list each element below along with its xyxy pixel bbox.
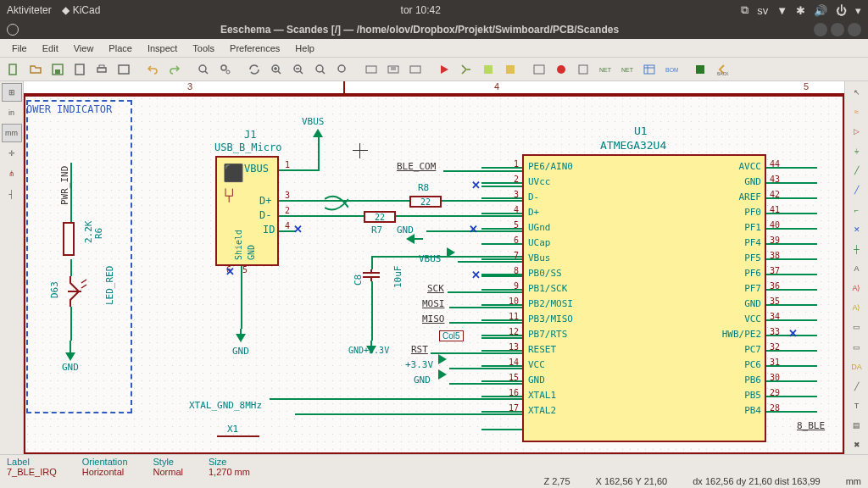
libedit-icon[interactable] (456, 60, 476, 79)
edit-fields-icon[interactable] (639, 60, 659, 79)
print-icon[interactable] (92, 60, 112, 79)
erc-icon[interactable] (551, 60, 571, 79)
desktop-clock: tor 10:42 (100, 4, 741, 16)
svg-rect-14 (366, 66, 376, 73)
svg-rect-6 (119, 65, 129, 74)
u1-val: ATMEGA32U4 (600, 139, 666, 152)
navigate3-icon[interactable] (405, 60, 426, 79)
highlight-icon[interactable]: ≈ (847, 103, 867, 120)
grid-icon[interactable]: ⊞ (2, 83, 22, 102)
annotate-icon[interactable] (529, 60, 549, 79)
cursor-icon[interactable]: ✛ (2, 144, 22, 163)
back-icon[interactable]: BACK (712, 60, 732, 79)
units-in[interactable]: in (2, 103, 22, 122)
select-icon[interactable]: ↖ (847, 83, 867, 101)
place-label-icon[interactable]: A (847, 259, 867, 277)
window-minimize[interactable] (814, 23, 827, 36)
zoomout-icon[interactable] (288, 60, 309, 79)
bom-icon[interactable]: BOM (661, 60, 682, 79)
footprint-icon[interactable] (500, 60, 520, 79)
desktop-topbar: Aktiviteter ◆KiCad tor 10:42 ⧉ sv ▼ ✱ 🔊 … (0, 0, 868, 20)
menu-preferences[interactable]: Preferences (223, 42, 287, 55)
j1-val: USB_B_Micro (214, 141, 281, 153)
status-bar: Label7_BLE_IRQ OrientationHorizontal Sty… (0, 454, 868, 488)
place-power-icon[interactable]: ⏚ (847, 141, 867, 159)
svg-point-9 (226, 70, 230, 74)
wire-shape-icon[interactable]: ┤ (2, 185, 22, 203)
svg-point-8 (221, 65, 226, 70)
r7: 22 (364, 211, 396, 223)
menu-view[interactable]: View (67, 42, 101, 55)
place-hlabel-icon[interactable]: A⟩ (847, 299, 867, 317)
menu-help[interactable]: Help (288, 42, 321, 55)
window-close[interactable] (848, 23, 861, 36)
down-icon[interactable]: ▾ (855, 4, 861, 17)
place-junction-icon[interactable]: ┼ (847, 240, 867, 258)
menu-inspect[interactable]: Inspect (141, 42, 184, 55)
svg-rect-16 (410, 66, 420, 73)
r8: 22 (409, 196, 442, 208)
refresh-icon[interactable] (244, 60, 264, 79)
zoomin-icon[interactable] (266, 60, 287, 79)
j1-ref: J1 (244, 129, 256, 141)
window-title: Eeschema — Scandes [/] — /home/olov/Drop… (25, 24, 814, 36)
svg-rect-17 (484, 65, 492, 74)
activities-button[interactable]: Aktiviteter (7, 4, 52, 16)
replace-icon[interactable] (215, 60, 236, 79)
redo-icon[interactable] (164, 60, 185, 79)
zoomfit-icon[interactable] (310, 60, 331, 79)
place-comp-icon[interactable]: ▷ (847, 122, 867, 140)
page-icon[interactable] (70, 60, 90, 79)
netlist2-icon[interactable]: NET (617, 60, 637, 79)
pcb-icon[interactable] (690, 60, 710, 79)
svg-text:BOM: BOM (665, 67, 678, 73)
bluetooth-icon[interactable]: ✱ (796, 4, 805, 17)
down-icon[interactable]: ▼ (776, 4, 787, 17)
libbrowse-icon[interactable] (478, 60, 498, 79)
power-icon[interactable]: ⏻ (836, 4, 847, 17)
horizontal-ruler: 3 4 5 (24, 81, 844, 95)
volume-icon[interactable]: 🔊 (814, 4, 827, 17)
place-image-icon[interactable]: ▤ (847, 417, 867, 435)
import-sheet-icon[interactable]: ▭ (847, 338, 867, 356)
menu-file[interactable]: File (5, 42, 34, 55)
plot-icon[interactable] (114, 60, 134, 79)
place-line-icon[interactable]: ╱ (847, 377, 867, 395)
app-menu[interactable]: ◆KiCad (62, 4, 101, 16)
run-icon[interactable] (434, 60, 454, 79)
svg-text:NET: NET (599, 67, 612, 73)
new-icon[interactable] (3, 60, 24, 79)
assign-icon[interactable] (573, 60, 593, 79)
find-icon[interactable] (193, 60, 214, 79)
menu-edit[interactable]: Edit (36, 42, 65, 55)
place-noconn-icon[interactable]: ✕ (847, 220, 867, 238)
zoomsel-icon[interactable] (332, 60, 353, 79)
navigate2-icon[interactable] (383, 60, 403, 79)
units-mm[interactable]: mm (2, 124, 22, 142)
place-busentry-icon[interactable]: ⌐ (847, 201, 867, 219)
schematic-canvas[interactable]: 3 4 5 OWER INDICATOR PWR_IND 2.2K R6 D63… (24, 81, 844, 454)
dropbox-icon[interactable]: ⧉ (741, 3, 748, 17)
lang-indicator[interactable]: sv (757, 4, 768, 17)
undo-icon[interactable] (142, 60, 163, 79)
svg-point-12 (316, 65, 323, 72)
cursor-crosshair (353, 143, 368, 158)
svg-rect-26 (696, 65, 704, 74)
place-sheet-icon[interactable]: ▭ (847, 319, 867, 336)
place-bus-icon[interactable]: ╱ (847, 181, 867, 199)
netlist-icon[interactable]: NET (595, 60, 615, 79)
svg-point-20 (557, 65, 565, 74)
menu-tools[interactable]: Tools (186, 42, 221, 55)
place-text-icon[interactable]: T (847, 397, 867, 415)
hidden-pins-icon[interactable]: ⋔ (2, 164, 22, 183)
place-wire-icon[interactable]: ╱ (847, 162, 867, 180)
navigate1-icon[interactable] (361, 60, 381, 79)
save-icon[interactable] (47, 60, 68, 79)
open-icon[interactable] (25, 60, 46, 79)
delete-icon[interactable]: ✖ (847, 436, 867, 454)
pwrind-label: PWR_IND (59, 166, 70, 205)
window-maximize[interactable] (831, 23, 844, 36)
place-sheetpin-icon[interactable]: DA (847, 358, 867, 375)
menu-place[interactable]: Place (102, 42, 139, 55)
place-glabel-icon[interactable]: A⟩ (847, 280, 867, 297)
